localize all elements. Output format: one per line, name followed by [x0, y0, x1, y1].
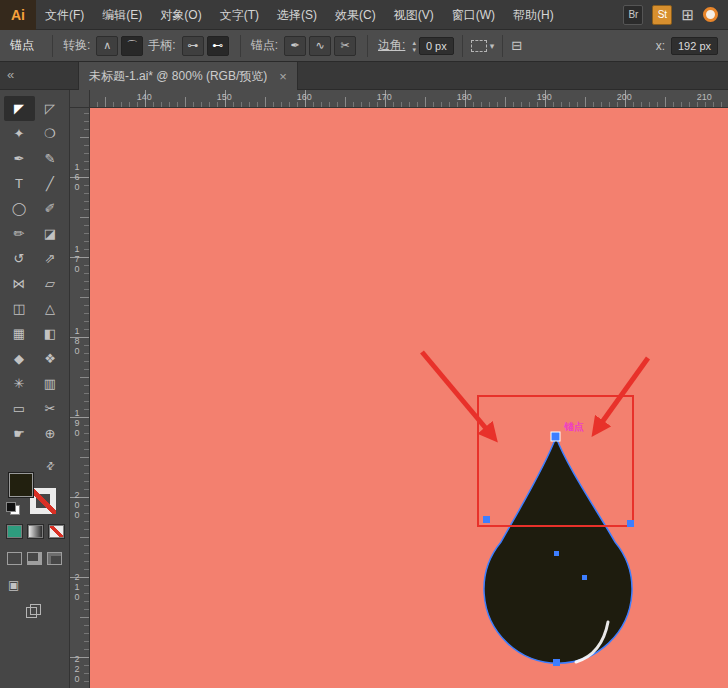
pen-tool[interactable]: ✒: [4, 146, 35, 171]
path-point-inner[interactable]: [582, 575, 587, 580]
corner-radius-field[interactable]: 0 px: [419, 37, 454, 55]
bridge-icon[interactable]: Br: [623, 5, 643, 25]
app-logo: Ai: [0, 0, 36, 30]
menu-window[interactable]: 窗口(W): [443, 0, 504, 30]
paint-gradient-button[interactable]: [27, 524, 44, 539]
mesh-tool[interactable]: ▦: [4, 321, 35, 346]
isolate-selection-icon[interactable]: [471, 40, 487, 52]
gradient-tool[interactable]: ◧: [35, 321, 66, 346]
curvature-tool[interactable]: ✎: [35, 146, 66, 171]
canvas[interactable]: 锚点: [90, 108, 728, 688]
column-graph-tool-icon: ▥: [44, 376, 56, 391]
chevron-down-icon[interactable]: ▾: [490, 41, 495, 51]
teardrop-shape[interactable]: [484, 437, 632, 663]
direct-selection-tool[interactable]: ◸: [35, 96, 66, 121]
gradient-tool-icon: ◧: [44, 326, 56, 341]
context-label: 锚点: [10, 37, 34, 54]
menu-file[interactable]: 文件(F): [36, 0, 93, 30]
blend-tool[interactable]: ❖: [35, 346, 66, 371]
paint-none-button[interactable]: [48, 524, 65, 539]
anchor-top-selected[interactable]: [551, 432, 560, 441]
document-tab[interactable]: 未标题-1.ai* @ 800% (RGB/预览) ×: [78, 62, 298, 90]
hand-tool[interactable]: ☛: [4, 421, 35, 446]
reference-point-icon[interactable]: ⊟: [511, 38, 522, 53]
draw-behind-button[interactable]: [27, 552, 42, 565]
menu-edit[interactable]: 编辑(E): [93, 0, 151, 30]
menu-effect[interactable]: 效果(C): [326, 0, 385, 30]
convert-smooth-button[interactable]: ⌒: [121, 36, 143, 56]
column-graph-tool[interactable]: ▥: [35, 371, 66, 396]
ellipse-tool[interactable]: ◯: [4, 196, 35, 221]
eyedropper-tool[interactable]: ◆: [4, 346, 35, 371]
symbol-sprayer-tool[interactable]: ✳: [4, 371, 35, 396]
line-segment-tool-icon: ╱: [46, 176, 54, 191]
mesh-tool-icon: ▦: [13, 326, 25, 341]
handles-show-button[interactable]: ⊷: [207, 36, 229, 56]
handles-hide-button[interactable]: ⊶: [182, 36, 204, 56]
ruler-corner[interactable]: [70, 90, 90, 108]
paint-color-button[interactable]: [6, 524, 23, 539]
horizontal-ruler[interactable]: 140150160170180190200210: [90, 90, 728, 108]
close-tab-icon[interactable]: ×: [279, 69, 287, 84]
shape-builder-tool-icon: ◫: [13, 301, 25, 316]
selection-tool[interactable]: ◤: [4, 96, 35, 121]
perspective-grid-tool[interactable]: △: [35, 296, 66, 321]
connect-anchor-button[interactable]: ∿: [309, 36, 331, 56]
cut-path-button[interactable]: ✂: [334, 36, 356, 56]
stock-icon[interactable]: St: [652, 5, 672, 25]
anchor-bottom[interactable]: [553, 659, 560, 666]
paintbrush-tool-icon: ✐: [45, 201, 56, 216]
stepper-down-icon[interactable]: ▾: [412, 46, 416, 53]
convert-corner-button[interactable]: ∧: [96, 36, 118, 56]
vertical-ruler[interactable]: 160170180190200210220: [70, 108, 90, 688]
workspace-switcher-icon[interactable]: ⊞: [681, 6, 694, 24]
corner-stepper[interactable]: ▴ ▾: [412, 39, 416, 53]
menu-select[interactable]: 选择(S): [268, 0, 326, 30]
paintbrush-tool[interactable]: ✐: [35, 196, 66, 221]
drawing-mode-row: [7, 552, 62, 565]
path-point-center[interactable]: [554, 551, 559, 556]
menu-help[interactable]: 帮助(H): [504, 0, 563, 30]
type-tool[interactable]: T: [4, 171, 35, 196]
menu-type[interactable]: 文字(T): [211, 0, 268, 30]
free-transform-tool[interactable]: ▱: [35, 271, 66, 296]
anchor-right[interactable]: [627, 520, 634, 527]
menu-view[interactable]: 视图(V): [385, 0, 443, 30]
fill-swatch[interactable]: [8, 472, 34, 498]
v-ruler-number: 170: [70, 244, 84, 274]
draw-normal-button[interactable]: [7, 552, 22, 565]
h-ruler-number: 160: [297, 92, 312, 102]
pencil-tool-icon: ✏: [14, 226, 25, 241]
pencil-tool[interactable]: ✏: [4, 221, 35, 246]
rotate-tool[interactable]: ↺: [4, 246, 35, 271]
corner-label-link[interactable]: 边角:: [378, 37, 405, 54]
slice-tool[interactable]: ✂: [35, 396, 66, 421]
width-tool[interactable]: ⋈: [4, 271, 35, 296]
hand-tool-icon: ☛: [13, 426, 25, 441]
stepper-up-icon[interactable]: ▴: [412, 39, 416, 46]
creative-cloud-icon[interactable]: [703, 7, 718, 22]
edit-toolbar-icon[interactable]: [26, 604, 40, 617]
remove-anchor-button[interactable]: ✒: [284, 36, 306, 56]
swap-fill-stroke-icon[interactable]: ⇄: [43, 459, 57, 473]
document-tab-title: 未标题-1.ai* @ 800% (RGB/预览): [89, 68, 267, 85]
line-segment-tool[interactable]: ╱: [35, 171, 66, 196]
lasso-tool[interactable]: ❍: [35, 121, 66, 146]
x-position-field[interactable]: 192 px: [671, 37, 718, 55]
anchor-left[interactable]: [483, 516, 490, 523]
shape-builder-tool[interactable]: ◫: [4, 296, 35, 321]
magic-wand-tool[interactable]: ✦: [4, 121, 35, 146]
draw-inside-button[interactable]: [47, 552, 62, 565]
zoom-tool[interactable]: ⊕: [35, 421, 66, 446]
collapse-panel-icon[interactable]: «: [7, 67, 14, 82]
x-position-group: x: 192 px: [654, 37, 718, 55]
eraser-tool-icon: ◪: [44, 226, 56, 241]
artboard-tool[interactable]: ▭: [4, 396, 35, 421]
eraser-tool[interactable]: ◪: [35, 221, 66, 246]
h-ruler-number: 150: [217, 92, 232, 102]
default-swatches-icon[interactable]: [6, 502, 20, 515]
screen-mode-icon[interactable]: ▣: [8, 578, 19, 592]
scale-tool[interactable]: ⇗: [35, 246, 66, 271]
menu-object[interactable]: 对象(O): [151, 0, 210, 30]
scale-tool-icon: ⇗: [45, 251, 56, 266]
